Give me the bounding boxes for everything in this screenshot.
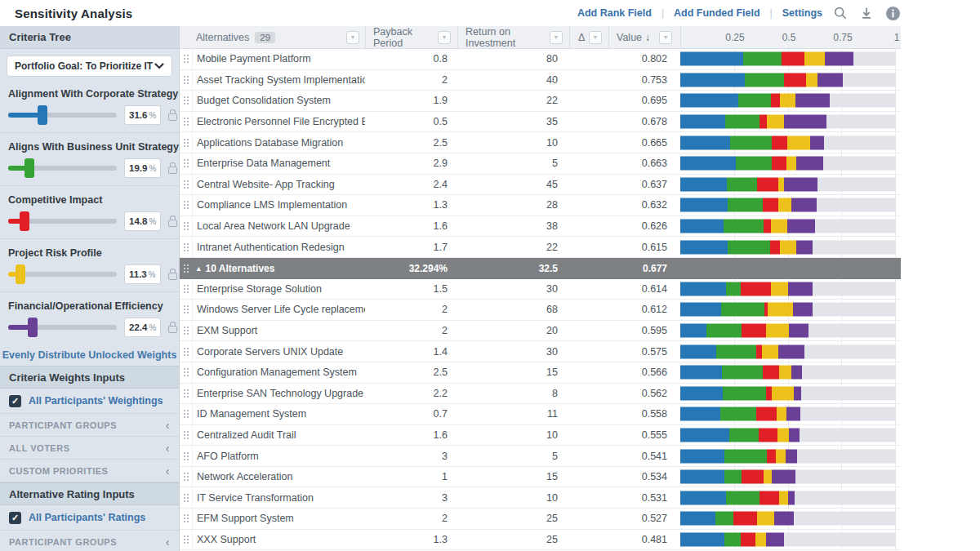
- chevron-left-icon[interactable]: ‹: [166, 464, 170, 478]
- alternative-row[interactable]: Centralized Audit Trail1.6100.555: [180, 425, 901, 447]
- drag-handle[interactable]: [180, 446, 193, 466]
- drag-handle[interactable]: [180, 132, 193, 153]
- filter-icon[interactable]: ▼: [346, 31, 359, 44]
- drag-handle[interactable]: [180, 300, 193, 320]
- alternative-row[interactable]: Enterprise SAN Technology Upgrade2.280.5…: [180, 384, 901, 405]
- weight-value-field[interactable]: 31.6%: [124, 105, 161, 125]
- drag-handle[interactable]: [180, 70, 193, 91]
- drag-handle[interactable]: [180, 321, 193, 341]
- drag-handle[interactable]: [180, 509, 193, 529]
- alternative-row[interactable]: EFM Support System2250.527: [180, 509, 901, 530]
- sidebar-checkbox-item[interactable]: ✓All Participants' Weightings: [0, 389, 179, 414]
- column-header-delta[interactable]: Δ ▼: [569, 26, 608, 48]
- drag-handle[interactable]: [180, 487, 193, 508]
- alternative-row[interactable]: Corporate Servers UNIX Update1.4300.575: [180, 341, 901, 362]
- chevron-left-icon[interactable]: ‹: [166, 419, 170, 432]
- slider-handle[interactable]: [16, 264, 25, 284]
- alternative-row[interactable]: Configuration Management System2.5150.56…: [180, 362, 901, 384]
- alternative-row[interactable]: ID Management System0.7110.558: [180, 404, 901, 425]
- drag-handle[interactable]: [180, 362, 193, 383]
- add-funded-field-link[interactable]: Add Funded Field: [674, 7, 760, 19]
- info-icon[interactable]: [884, 5, 901, 21]
- chevron-left-icon[interactable]: ‹: [166, 535, 170, 549]
- column-header-alternatives[interactable]: Alternatives 29 ▼: [180, 26, 365, 48]
- alternative-row[interactable]: EXM Support2200.595: [180, 321, 901, 342]
- alternative-row[interactable]: Applications Database Migration2.5100.66…: [180, 132, 901, 153]
- evenly-distribute-link[interactable]: Evenly Distribute Unlocked Weights: [0, 344, 179, 366]
- alternative-row[interactable]: Electronic Personnel File Encrypted Ba..…: [180, 112, 901, 133]
- lock-icon[interactable]: [168, 269, 177, 280]
- column-header-payback-period[interactable]: Payback Period ▼: [365, 26, 457, 48]
- column-header-return-on-investment[interactable]: Return on Investment ▼: [457, 26, 569, 48]
- collapse-triangle-icon[interactable]: ▴: [197, 264, 201, 273]
- weight-slider[interactable]: [8, 105, 117, 125]
- drag-handle[interactable]: [180, 195, 193, 216]
- sidebar-checkbox-item[interactable]: ✓All Participants' Ratings: [0, 505, 179, 531]
- drag-handle[interactable]: [180, 175, 193, 195]
- settings-link[interactable]: Settings: [782, 7, 822, 19]
- alternative-row[interactable]: Network Acceleration1150.534: [180, 467, 901, 488]
- drag-handle[interactable]: [180, 384, 193, 404]
- alternative-row[interactable]: Compliance LMS Implementation1.3280.632: [180, 195, 901, 216]
- weight-slider[interactable]: [8, 158, 117, 178]
- weight-value-field[interactable]: 11.3%: [124, 264, 161, 284]
- filter-icon[interactable]: ▼: [438, 31, 451, 44]
- filter-icon[interactable]: ▼: [589, 31, 602, 44]
- sidebar-collapsed-group[interactable]: PARTICIPANT GROUPS‹: [0, 531, 179, 551]
- drag-handle[interactable]: [180, 467, 193, 487]
- weight-slider[interactable]: [8, 264, 117, 284]
- drag-handle[interactable]: [180, 258, 193, 279]
- alternative-row[interactable]: Local Area Network LAN Upgrade1.6380.626: [180, 216, 901, 238]
- alternative-row[interactable]: AFO Platform350.541: [180, 446, 901, 467]
- drag-handle[interactable]: [180, 530, 193, 550]
- drag-handle[interactable]: [180, 341, 193, 362]
- drag-handle[interactable]: [180, 91, 193, 111]
- alternative-row[interactable]: IT Service Transformation3100.531: [180, 487, 901, 509]
- filter-icon[interactable]: ▼: [550, 31, 563, 44]
- lock-icon[interactable]: [168, 162, 177, 174]
- slider-handle[interactable]: [20, 211, 29, 231]
- alternative-row[interactable]: Central Website- App Tracking2.4450.637: [180, 175, 901, 196]
- weight-value-field[interactable]: 22.4%: [124, 318, 161, 337]
- weight-slider[interactable]: [8, 211, 117, 231]
- alternative-row[interactable]: Budget Consolidation System1.9220.695: [180, 91, 901, 112]
- filter-icon[interactable]: ▼: [659, 31, 672, 44]
- sidebar-collapsed-group[interactable]: ALL VOTERS‹: [0, 437, 179, 460]
- alternative-row[interactable]: Asset Tracking System Implementation2400…: [180, 70, 901, 91]
- drag-handle[interactable]: [180, 237, 193, 257]
- checkbox-checked[interactable]: ✓: [9, 512, 21, 524]
- alternative-row[interactable]: Enterprise Storage Solution1.5300.614: [180, 279, 901, 300]
- alternative-row[interactable]: Windows Server Life Cycle replacement268…: [180, 300, 901, 321]
- search-icon[interactable]: [832, 5, 849, 21]
- slider-handle[interactable]: [28, 318, 38, 337]
- chevron-left-icon[interactable]: ‹: [166, 442, 170, 455]
- alternative-row[interactable]: Enterprise Data Management2.950.663: [180, 153, 901, 175]
- weight-slider[interactable]: [8, 318, 117, 337]
- drag-handle[interactable]: [180, 49, 193, 69]
- lock-icon[interactable]: [168, 322, 177, 333]
- weight-value-field[interactable]: 19.9%: [124, 158, 161, 178]
- alternative-row[interactable]: Mobile Payment Platform0.8800.802: [180, 49, 901, 70]
- add-rank-field-link[interactable]: Add Rank Field: [577, 7, 652, 19]
- alternative-row[interactable]: XXX Support1.3250.481: [180, 530, 901, 551]
- drag-handle[interactable]: [180, 425, 193, 446]
- alternative-row[interactable]: Intranet Authentication Redesign1.7220.6…: [180, 237, 901, 258]
- lock-icon[interactable]: [168, 109, 177, 121]
- download-icon[interactable]: [858, 5, 875, 21]
- weight-value-field[interactable]: 14.8%: [124, 211, 161, 231]
- drag-handle[interactable]: [180, 404, 193, 424]
- drag-handle[interactable]: [180, 216, 193, 237]
- sidebar-collapsed-group[interactable]: CUSTOM PRIORITIES‹: [0, 460, 179, 482]
- checkbox-checked[interactable]: ✓: [9, 395, 21, 407]
- group-summary-row[interactable]: ▴10 Alternatives32.294%32.50.677: [180, 258, 901, 279]
- lock-icon[interactable]: [168, 216, 177, 227]
- slider-handle[interactable]: [38, 105, 47, 125]
- drag-handle[interactable]: [180, 279, 193, 300]
- slider-handle[interactable]: [24, 158, 34, 178]
- portfolio-goal-dropdown[interactable]: Portfolio Goal: To Prioritize IT Progr..…: [7, 56, 172, 77]
- sidebar-collapsed-group[interactable]: PARTICIPANT GROUPS‹: [0, 414, 179, 437]
- drag-handle[interactable]: [180, 112, 193, 132]
- column-header-value[interactable]: Value ↓ ▼: [608, 26, 680, 48]
- sort-descending-icon[interactable]: ↓: [645, 32, 650, 43]
- drag-handle[interactable]: [180, 153, 193, 174]
